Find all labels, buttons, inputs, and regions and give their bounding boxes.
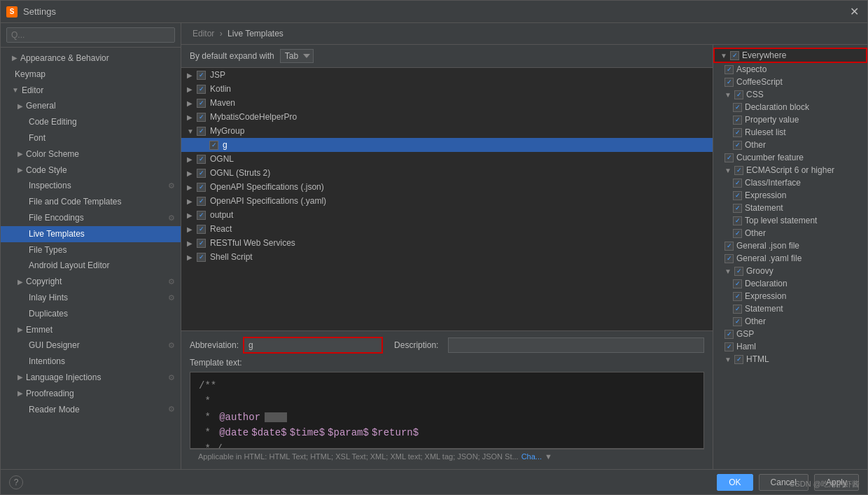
right-panel-gsp[interactable]: GSP (713, 328, 867, 340)
checkbox-css-declaration[interactable] (733, 103, 742, 112)
template-group-openapi-json[interactable]: ▶ OpenAPI Specifications (.json) (181, 180, 713, 194)
search-input[interactable] (6, 27, 175, 43)
sidebar-item-duplicates[interactable]: Duplicates (1, 306, 181, 322)
checkbox-html[interactable] (734, 355, 743, 364)
right-panel-coffeescript[interactable]: CoffeeScript (713, 76, 867, 88)
checkbox-css-property[interactable] (733, 116, 742, 125)
checkbox-css-ruleset[interactable] (733, 128, 742, 137)
sidebar-item-live-templates[interactable]: Live Templates (1, 226, 181, 242)
right-panel-ecmascript[interactable]: ▼ ECMAScript 6 or higher (713, 164, 867, 176)
checkbox-kotlin[interactable] (197, 85, 206, 94)
checkbox-css-other[interactable] (733, 141, 742, 150)
template-group-maven[interactable]: ▶ Maven (181, 96, 713, 110)
applicable-dropdown[interactable]: ▼ (545, 452, 552, 461)
checkbox-groovy[interactable] (734, 267, 743, 276)
right-panel-css-ruleset[interactable]: Ruleset list (713, 126, 867, 139)
sidebar-item-color-scheme[interactable]: ▶ Color Scheme (1, 146, 181, 162)
right-panel-html[interactable]: ▼ HTML (713, 353, 867, 365)
right-panel-css-other[interactable]: Other (713, 139, 867, 151)
cancel-button[interactable]: Cancel (759, 474, 808, 491)
checkbox-openapi-yaml[interactable] (197, 197, 206, 206)
right-panel-groovy-statement[interactable]: Statement (713, 302, 867, 315)
template-group-kotlin[interactable]: ▶ Kotlin (181, 82, 713, 96)
close-button[interactable]: ✕ (847, 5, 862, 18)
right-panel-general-yaml[interactable]: General .yaml file (713, 252, 867, 265)
sidebar-item-editor[interactable]: ▼ Editor (1, 83, 181, 99)
template-editor[interactable]: /** * * @author (190, 372, 704, 449)
checkbox-jsp[interactable] (197, 71, 206, 80)
checkbox-react[interactable] (197, 225, 206, 234)
right-panel-css-declaration[interactable]: Declaration block (713, 101, 867, 113)
checkbox-ecma-other[interactable] (733, 229, 742, 238)
checkbox-groovy-declaration[interactable] (733, 279, 742, 288)
right-panel-everywhere[interactable]: ▼ Everywhere (713, 48, 867, 63)
help-button[interactable]: ? (9, 475, 23, 489)
checkbox-groovy-expression[interactable] (733, 292, 742, 301)
template-item-g[interactable]: g (181, 138, 713, 152)
sidebar-item-copyright[interactable]: ▶ Copyright ⚙ (1, 274, 181, 290)
abbreviation-input[interactable] (243, 337, 383, 354)
right-panel-ecma-class[interactable]: Class/Interface (713, 176, 867, 189)
sidebar-item-code-style[interactable]: ▶ Code Style (1, 162, 181, 179)
checkbox-mygroup[interactable] (197, 127, 206, 136)
checkbox-output[interactable] (197, 211, 206, 220)
right-panel-cucumber[interactable]: Cucumber feature (713, 151, 867, 164)
checkbox-groovy-other[interactable] (733, 317, 742, 326)
checkbox-ecma-expression[interactable] (733, 191, 742, 200)
sidebar-item-code-editing[interactable]: Code Editing (1, 114, 181, 130)
sidebar-item-intentions[interactable]: Intentions (1, 354, 181, 370)
sidebar-item-inlay-hints[interactable]: Inlay Hints ⚙ (1, 290, 181, 306)
template-group-jsp[interactable]: ▶ JSP (181, 68, 713, 82)
right-panel-haml[interactable]: Haml (713, 340, 867, 353)
apply-button[interactable]: Apply (814, 474, 859, 491)
checkbox-ognl-struts[interactable] (197, 169, 206, 178)
right-panel-ecma-statement[interactable]: Statement (713, 202, 867, 214)
sidebar-item-file-templates[interactable]: File and Code Templates (1, 194, 181, 210)
right-panel-groovy-declaration[interactable]: Declaration (713, 277, 867, 290)
template-group-openapi-yaml[interactable]: ▶ OpenAPI Specifications (.yaml) (181, 194, 713, 208)
template-group-ognl[interactable]: ▶ OGNL (181, 152, 713, 166)
ok-button[interactable]: OK (717, 474, 752, 491)
checkbox-ecma-class[interactable] (733, 179, 742, 188)
checkbox-openapi-json[interactable] (197, 183, 206, 192)
right-panel-general-json[interactable]: General .json file (713, 239, 867, 252)
right-panel-css-property[interactable]: Property value (713, 113, 867, 126)
template-group-restful[interactable]: ▶ RESTful Web Services (181, 236, 713, 250)
description-input[interactable] (448, 337, 704, 353)
checkbox-ecma-statement[interactable] (733, 204, 742, 213)
checkbox-general-json[interactable] (724, 242, 734, 251)
sidebar-item-file-encodings[interactable]: File Encodings ⚙ (1, 210, 181, 226)
checkbox-ognl[interactable] (197, 155, 206, 164)
sidebar-item-android-layout[interactable]: Android Layout Editor (1, 258, 181, 274)
sidebar-item-appearance[interactable]: ▶ Appearance & Behavior (1, 50, 181, 67)
checkbox-gsp[interactable] (724, 330, 734, 339)
right-panel-ecma-other[interactable]: Other (713, 227, 867, 239)
checkbox-g[interactable] (209, 141, 218, 150)
right-panel-ecma-toplevel[interactable]: Top level statement (713, 214, 867, 227)
sidebar-item-reader-mode[interactable]: Reader Mode ⚙ (1, 402, 181, 418)
checkbox-maven[interactable] (197, 99, 206, 108)
sidebar-item-file-types[interactable]: File Types (1, 242, 181, 258)
right-panel-aspecto[interactable]: Aspecto (713, 63, 867, 76)
checkbox-css[interactable] (734, 90, 743, 99)
sidebar-item-font[interactable]: Font (1, 130, 181, 146)
sidebar-item-gui-designer[interactable]: GUI Designer ⚙ (1, 337, 181, 354)
template-group-ognl-struts[interactable]: ▶ OGNL (Struts 2) (181, 166, 713, 180)
template-group-react[interactable]: ▶ React (181, 222, 713, 236)
sidebar-item-language-injections[interactable]: ▶ Language Injections ⚙ (1, 370, 181, 386)
right-panel-groovy-expression[interactable]: Expression (713, 290, 867, 302)
applicable-link[interactable]: Cha... (522, 452, 542, 461)
checkbox-restful[interactable] (197, 239, 206, 248)
checkbox-shell[interactable] (197, 253, 206, 262)
checkbox-mybatis[interactable] (197, 113, 206, 122)
right-panel-ecma-expression[interactable]: Expression (713, 189, 867, 202)
sidebar-item-inspections[interactable]: Inspections ⚙ (1, 178, 181, 194)
template-group-mybatis[interactable]: ▶ MybatisCodeHelperPro (181, 110, 713, 124)
right-panel-groovy-other[interactable]: Other (713, 315, 867, 328)
right-panel-groovy[interactable]: ▼ Groovy (713, 265, 867, 277)
sidebar-item-emmet[interactable]: ▶ Emmet (1, 322, 181, 338)
checkbox-cucumber[interactable] (724, 153, 734, 162)
sidebar-item-keymap[interactable]: Keymap (1, 67, 181, 83)
template-group-shell[interactable]: ▶ Shell Script (181, 250, 713, 264)
template-group-output[interactable]: ▶ output (181, 208, 713, 222)
